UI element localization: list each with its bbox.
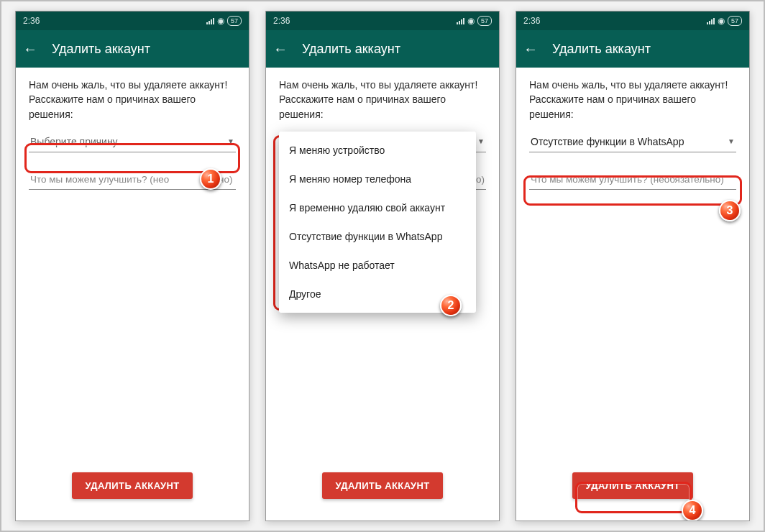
back-arrow-icon[interactable]: ←	[523, 41, 538, 58]
step-badge-3: 3	[719, 200, 741, 221]
improve-input[interactable]: Что мы можем улучшить? (необязательно)	[529, 170, 736, 190]
step-badge-2: 2	[440, 295, 462, 316]
phone-screen-3: 2:36 ◉ 57 ← Удалить аккаунт Нам очень жа…	[516, 11, 750, 521]
phone-screen-2: 2:36 ◉ 57 ← Удалить аккаунт Нам очень жа…	[265, 11, 500, 521]
improve-placeholder-part1: Что мы можем улучшить? (нео	[30, 174, 169, 185]
signal-icon	[206, 17, 214, 24]
back-arrow-icon[interactable]: ←	[273, 41, 288, 58]
reason-dropdown-placeholder: Выберите причину	[30, 136, 118, 147]
status-right: ◉ 57	[206, 16, 242, 26]
prompt-text: Нам очень жаль, что вы удаляете аккаунт!…	[529, 78, 736, 121]
reason-dropdown[interactable]: Выберите причину ▼	[29, 132, 236, 152]
status-bar: 2:36 ◉ 57	[16, 12, 249, 30]
prompt-text: Нам очень жаль, что вы удаляете аккаунт!…	[29, 78, 236, 121]
battery-indicator: 57	[227, 16, 242, 26]
phone-screen-1: 2:36 ◉ 57 ← Удалить аккаунт Нам очень жа…	[15, 11, 249, 521]
screen-title: Удалить аккаунт	[552, 42, 651, 57]
reason-selected-value: Отсутствие функции в WhatsApp	[531, 136, 684, 147]
wifi-icon: ◉	[718, 16, 725, 26]
battery-indicator: 57	[728, 16, 742, 26]
signal-icon	[707, 17, 715, 24]
screen-title: Удалить аккаунт	[52, 42, 150, 57]
clock-label: 2:36	[523, 16, 540, 26]
reason-option[interactable]: Отсутствие функции в WhatsApp	[279, 222, 476, 251]
step-badge-4: 4	[682, 500, 703, 521]
tutorial-frame: 2:36 ◉ 57 ← Удалить аккаунт Нам очень жа…	[0, 0, 765, 532]
status-right: ◉ 57	[457, 16, 492, 26]
clock-label: 2:36	[273, 16, 290, 26]
delete-account-button[interactable]: УДАЛИТЬ АККАУНТ	[72, 472, 192, 499]
reason-option[interactable]: Я меняю номер телефона	[279, 165, 476, 193]
wifi-icon: ◉	[467, 16, 475, 26]
battery-indicator: 57	[477, 16, 492, 26]
content-area: Нам очень жаль, что вы удаляете аккаунт!…	[16, 68, 249, 520]
reason-option[interactable]: Я временно удаляю свой аккаунт	[279, 193, 476, 222]
reason-option[interactable]: WhatsApp не работает	[279, 251, 476, 280]
reason-option[interactable]: Я меняю устройство	[279, 136, 476, 165]
app-bar: ← Удалить аккаунт	[516, 30, 749, 68]
app-bar: ← Удалить аккаунт	[266, 30, 499, 68]
status-right: ◉ 57	[707, 16, 742, 26]
status-bar: 2:36 ◉ 57	[516, 12, 749, 30]
content-area: Нам очень жаль, что вы удаляете аккаунт!…	[516, 68, 749, 520]
back-arrow-icon[interactable]: ←	[23, 41, 37, 58]
delete-account-button[interactable]: УДАЛИТЬ АККАУНТ	[572, 472, 692, 499]
signal-icon	[457, 17, 464, 24]
prompt-text: Нам очень жаль, что вы удаляете аккаунт!…	[279, 78, 486, 121]
clock-label: 2:36	[23, 16, 40, 26]
chevron-down-icon: ▼	[227, 137, 234, 145]
wifi-icon: ◉	[217, 16, 224, 26]
screen-title: Удалить аккаунт	[302, 42, 400, 57]
chevron-down-icon: ▼	[728, 137, 735, 145]
reason-dropdown-menu: Я меняю устройство Я меняю номер телефон…	[279, 132, 476, 313]
step-badge-1: 1	[200, 168, 221, 190]
chevron-down-icon: ▼	[477, 137, 485, 145]
content-area: Нам очень жаль, что вы удаляете аккаунт!…	[266, 68, 499, 520]
delete-account-button[interactable]: УДАЛИТЬ АККАУНТ	[322, 472, 442, 499]
reason-dropdown[interactable]: Отсутствие функции в WhatsApp ▼	[529, 132, 736, 152]
app-bar: ← Удалить аккаунт	[16, 30, 249, 68]
status-bar: 2:36 ◉ 57	[266, 12, 499, 30]
